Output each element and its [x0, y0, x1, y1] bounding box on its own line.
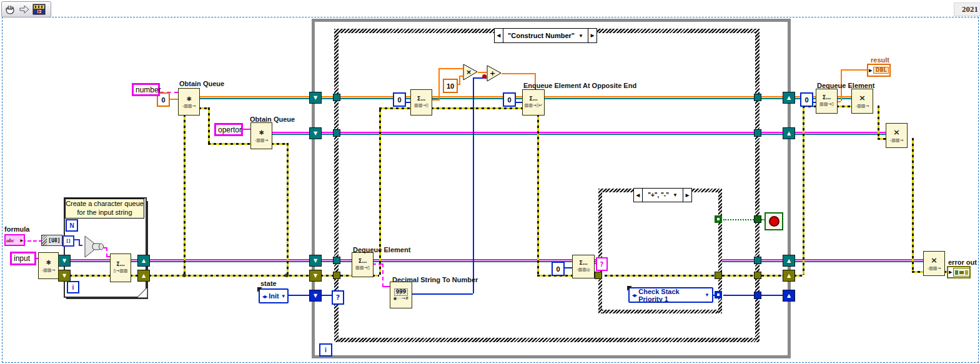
release-queue-node[interactable]: × -▥▥→	[851, 89, 873, 114]
tunnel[interactable]	[333, 129, 340, 137]
wire-error[interactable]	[271, 143, 287, 145]
wire-boolean[interactable]	[723, 219, 754, 220]
wire-number-queue[interactable]	[320, 96, 334, 99]
wire-number-queue[interactable]	[543, 96, 755, 99]
dbl-constant[interactable]: 10	[443, 79, 458, 93]
wire-string[interactable]	[243, 129, 250, 130]
tunnel[interactable]	[754, 272, 761, 279]
vi-icon[interactable]	[32, 3, 46, 16]
wire-input-queue[interactable]	[794, 259, 923, 262]
inner-case-border[interactable]	[598, 310, 722, 313]
wire-input-queue[interactable]	[372, 259, 572, 262]
tunnel[interactable]	[595, 272, 602, 279]
wire-input-queue[interactable]	[149, 259, 309, 262]
wire-error[interactable]	[836, 106, 851, 107]
input-queue-name-control[interactable]: input	[10, 252, 36, 265]
inner-case-border[interactable]	[598, 189, 602, 313]
case-selector-label[interactable]: ◀ "Construct Number"▼ ▶	[494, 28, 597, 43]
number-queue-name-control[interactable]: number	[132, 83, 160, 96]
preview-queue-element-node[interactable]: Σ… -▥▥◎	[572, 255, 595, 278]
timeout-constant[interactable]: 0	[800, 92, 813, 107]
state-enum-value[interactable]: Init	[269, 292, 279, 300]
byte-array-to-string-node[interactable]	[80, 235, 106, 258]
while-loop-border-left[interactable]	[312, 19, 315, 358]
loop-condition-terminal[interactable]	[765, 212, 783, 230]
for-loop-iteration-terminal[interactable]: i	[67, 281, 79, 293]
wire-dbl[interactable]	[438, 68, 440, 101]
wire-opertor-queue[interactable]	[794, 132, 886, 135]
wire-error[interactable]	[722, 275, 755, 277]
tunnel-unwired[interactable]	[715, 291, 722, 298]
wire-error[interactable]	[431, 107, 522, 109]
wire-dbl[interactable]	[478, 72, 487, 73]
case-selector-label[interactable]: ◀ "+", "-"▼ ▶	[633, 188, 692, 202]
wire-int[interactable]	[411, 293, 473, 295]
previous-case-arrow-icon[interactable]: ◀	[634, 189, 643, 202]
tunnel[interactable]	[333, 94, 340, 101]
tunnel[interactable]	[333, 272, 340, 279]
enum-increment-icon[interactable]: ◀▶	[632, 293, 636, 297]
tunnel[interactable]	[333, 257, 340, 264]
chevron-down-icon[interactable]: ▼	[673, 192, 678, 198]
wire-error[interactable]	[912, 271, 923, 273]
tunnel[interactable]	[754, 129, 761, 137]
wire-error[interactable]	[761, 275, 783, 277]
wire-error[interactable]	[878, 138, 886, 140]
release-queue-node[interactable]: × -▥▥→	[923, 251, 945, 276]
wire-enum[interactable]	[723, 295, 755, 296]
case-selector-text[interactable]: "+", "-"	[648, 192, 669, 199]
while-loop-border-top[interactable]	[312, 19, 791, 22]
enum-increment-icon[interactable]: ◀▶	[262, 294, 267, 298]
shift-register-right[interactable]: ▲	[783, 127, 795, 139]
case-structure-border[interactable]	[334, 338, 760, 342]
shift-register-left[interactable]: ▼	[58, 270, 71, 282]
while-loop-iteration-terminal[interactable]: i	[319, 343, 332, 357]
shift-register-right[interactable]: ▲	[783, 290, 795, 302]
dequeue-element-node[interactable]: Σ… ▥▥→▯	[352, 252, 374, 277]
wire-input-queue[interactable]	[340, 259, 352, 262]
wire-opertor-queue[interactable]	[340, 132, 755, 135]
shift-register-right[interactable]: ▲	[783, 255, 795, 267]
wire-enum[interactable]	[761, 295, 783, 296]
shift-register-left[interactable]: ▼	[309, 127, 322, 139]
wire-error[interactable]	[878, 106, 879, 138]
wire-error[interactable]	[537, 114, 539, 275]
wire-opertor-queue[interactable]	[320, 132, 334, 135]
wire-error[interactable]	[379, 107, 410, 109]
wire-input-queue[interactable]	[722, 259, 755, 262]
wire-string[interactable]	[382, 263, 384, 287]
wire-input-queue[interactable]	[320, 259, 334, 262]
wire-string[interactable]	[382, 286, 390, 287]
enqueue-element-at-opposite-end-node[interactable]: Σ… ▥▥→▯↵	[522, 89, 545, 116]
timeout-constant[interactable]: 0	[393, 92, 406, 107]
state-enum-control[interactable]: ◀▶ Init ▼	[259, 288, 289, 303]
wire-input-queue[interactable]	[761, 259, 783, 262]
tunnel[interactable]	[754, 257, 761, 264]
wire-dbl[interactable]	[841, 69, 867, 71]
release-queue-node[interactable]: × -▥▥→	[886, 123, 908, 148]
shift-register-left[interactable]: ▼	[58, 255, 71, 267]
operate-hand-tool-icon[interactable]	[4, 3, 16, 16]
wire-dbl[interactable]	[438, 68, 463, 69]
wire-error[interactable]	[184, 114, 186, 275]
next-case-arrow-icon[interactable]: ▶	[683, 189, 691, 202]
shift-register-left[interactable]: ▼	[309, 290, 322, 302]
tunnel[interactable]	[754, 215, 761, 223]
obtain-queue-node[interactable]: ∗ -▥▥→	[178, 88, 200, 116]
chevron-down-icon[interactable]: ▼	[578, 33, 583, 39]
wire-error[interactable]	[605, 275, 716, 277]
dequeue-element-node[interactable]: Σ… ▥▥→▯	[410, 89, 432, 116]
wire-enum[interactable]	[289, 295, 309, 296]
priority-enum-constant[interactable]: ◀▶ Check Stack Priority 1 ▼	[628, 287, 713, 303]
while-loop-border-bottom[interactable]	[312, 355, 791, 358]
next-case-arrow-icon[interactable]: ▶	[588, 29, 596, 42]
chevron-down-icon[interactable]: ▼	[281, 293, 286, 299]
case-selector-text[interactable]: "Construct Number"	[508, 32, 575, 39]
tunnel-unwired[interactable]	[715, 215, 722, 223]
error-out-indicator[interactable]: ▶	[947, 266, 971, 278]
shift-register-right[interactable]: ▲	[783, 270, 795, 282]
timeout-constant[interactable]: 0	[503, 92, 516, 107]
wire-error[interactable]	[320, 275, 334, 277]
shift-register-right[interactable]: ▲	[137, 255, 150, 267]
wire-error[interactable]	[794, 275, 803, 277]
